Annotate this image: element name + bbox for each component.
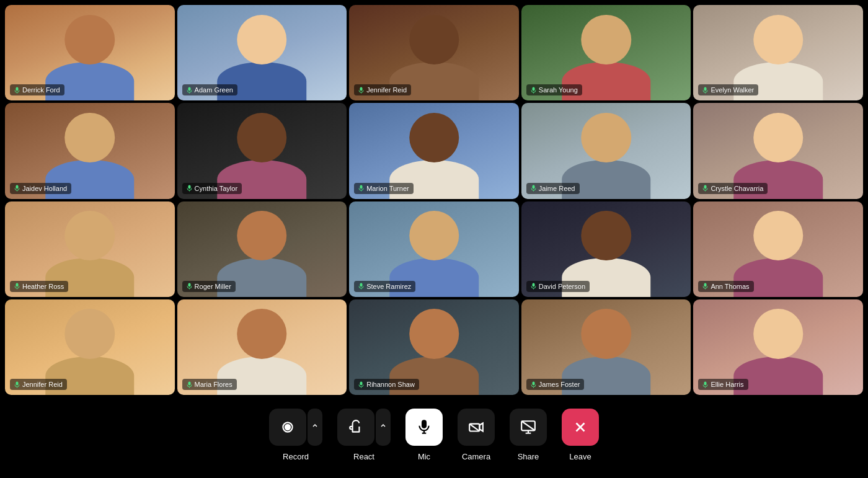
video-tile: Steve Ramirez [349, 201, 519, 297]
svg-rect-32 [188, 381, 190, 385]
svg-rect-38 [704, 381, 707, 385]
participant-name: Jennifer Reid [10, 379, 67, 390]
mic-label: Mic [418, 452, 430, 461]
participant-name: Jaidev Holland [10, 183, 71, 194]
participant-name: Roger Miller [182, 281, 236, 292]
leave-group: Leave [562, 409, 599, 461]
participant-name: Evelyn Walker [698, 84, 758, 95]
svg-rect-42 [422, 420, 427, 428]
svg-rect-12 [188, 185, 190, 189]
participant-name: Ellie Harris [698, 379, 748, 390]
participant-name: Heather Ross [10, 281, 68, 292]
participant-name: Marion Turner [354, 183, 413, 194]
participant-name: David Peterson [526, 281, 590, 292]
mic-group: Mic [405, 409, 443, 461]
video-tile: Sarah Young [521, 5, 691, 100]
video-tile: Crystle Chavarria [693, 103, 863, 198]
svg-rect-30 [16, 381, 19, 385]
react-label: React [353, 452, 374, 461]
record-expand-button[interactable] [308, 409, 322, 446]
svg-rect-2 [188, 87, 190, 91]
svg-line-46 [469, 423, 479, 431]
video-tile: Ellie Harris [693, 299, 863, 395]
svg-rect-26 [532, 283, 534, 287]
video-tile: Cynthia Taylor [177, 103, 347, 198]
video-tile: James Foster [521, 299, 691, 395]
record-label: Record [283, 452, 309, 461]
react-button[interactable] [337, 409, 374, 446]
participant-name: Steve Ramirez [354, 281, 415, 292]
video-grid: Derrick Ford Adam Green Jennifer Reid Sa… [0, 0, 868, 397]
video-tile: Roger Miller [177, 201, 347, 297]
svg-rect-36 [532, 381, 534, 385]
video-tile: Rihannon Shaw [349, 299, 519, 395]
participant-name: Sarah Young [526, 84, 582, 95]
video-tile: Adam Green [177, 5, 347, 100]
video-tile: Ann Thomas [693, 201, 863, 297]
svg-rect-10 [16, 185, 19, 189]
svg-rect-14 [360, 185, 363, 189]
participant-name: Adam Green [182, 84, 237, 95]
svg-rect-28 [704, 283, 707, 287]
camera-button[interactable] [458, 409, 495, 446]
video-tile: Maria Flores [177, 299, 347, 395]
share-label: Share [518, 452, 539, 461]
camera-label: Camera [462, 452, 490, 461]
svg-rect-8 [704, 87, 707, 91]
svg-rect-34 [360, 381, 363, 385]
svg-point-41 [285, 425, 290, 430]
participant-name: Jennifer Reid [354, 84, 411, 95]
participant-name: Cynthia Taylor [182, 183, 242, 194]
participant-name: Derrick Ford [10, 84, 64, 95]
video-tile: Jaime Reed [521, 103, 691, 198]
svg-line-48 [521, 421, 535, 430]
video-tile: Derrick Ford [5, 5, 175, 100]
record-button[interactable] [269, 409, 306, 446]
svg-rect-0 [16, 87, 19, 91]
svg-rect-22 [188, 283, 190, 287]
svg-rect-18 [704, 185, 707, 189]
svg-rect-16 [532, 185, 534, 189]
svg-rect-24 [360, 283, 363, 287]
video-tile: Evelyn Walker [693, 5, 863, 100]
svg-rect-4 [360, 87, 363, 91]
share-group: Share [510, 409, 547, 461]
participant-name: Ann Thomas [698, 281, 753, 292]
leave-label: Leave [569, 452, 591, 461]
mic-button[interactable] [405, 409, 443, 446]
video-tile: David Peterson [521, 201, 691, 297]
video-tile: Marion Turner [349, 103, 519, 198]
video-tile: Jennifer Reid [5, 299, 175, 395]
participant-name: Crystle Chavarria [698, 183, 768, 194]
leave-button[interactable] [562, 409, 599, 446]
record-group: Record [269, 409, 322, 461]
video-tile: Heather Ross [5, 201, 175, 297]
toolbar: Record React [0, 397, 868, 478]
svg-rect-6 [532, 87, 534, 91]
participant-name: Rihannon Shaw [354, 379, 419, 390]
svg-rect-20 [16, 283, 19, 287]
participant-name: James Foster [526, 379, 585, 390]
react-group: React [337, 409, 391, 461]
video-tile: Jaidev Holland [5, 103, 175, 198]
participant-name: Jaime Reed [526, 183, 580, 194]
react-expand-button[interactable] [376, 409, 391, 446]
share-button[interactable] [510, 409, 547, 446]
camera-group: Camera [458, 409, 495, 461]
video-tile: Jennifer Reid [349, 5, 519, 100]
participant-name: Maria Flores [182, 379, 237, 390]
